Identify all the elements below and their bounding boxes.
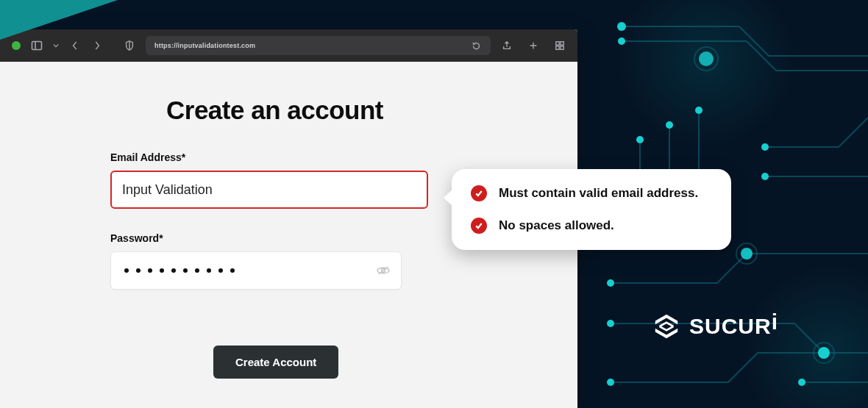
shield-icon[interactable]	[124, 40, 135, 51]
svg-point-4	[666, 121, 673, 129]
reload-icon[interactable]	[470, 40, 482, 51]
back-icon[interactable]	[69, 40, 81, 51]
svg-rect-22	[561, 42, 563, 45]
logo-wordmark: SUCURi	[689, 314, 778, 339]
svg-point-11	[607, 379, 614, 386]
validation-tooltip: Must contain valid email address. No spa…	[452, 169, 731, 250]
svg-rect-24	[561, 46, 563, 49]
svg-point-7	[741, 248, 753, 260]
decorative-corner	[0, 0, 118, 40]
validation-text: Must contain valid email address.	[499, 186, 698, 201]
password-input[interactable]	[110, 251, 402, 290]
eye-icon[interactable]	[376, 263, 391, 278]
email-label: Email Address*	[110, 151, 467, 163]
window-control-dot	[12, 41, 21, 50]
address-bar[interactable]: https://inputvalidationtest.com	[146, 36, 491, 55]
brand-logo: SUCURi	[652, 312, 778, 340]
validation-text: No spaces allowed.	[499, 218, 614, 233]
chevron-down-icon[interactable]	[53, 40, 59, 51]
svg-point-0	[617, 22, 626, 31]
svg-rect-23	[556, 46, 559, 49]
error-check-icon	[471, 185, 487, 201]
svg-point-1	[618, 37, 625, 45]
url-text: https://inputvalidationtest.com	[154, 42, 464, 49]
tabs-grid-icon[interactable]	[554, 40, 566, 51]
svg-point-2	[761, 143, 769, 151]
svg-point-6	[636, 136, 644, 143]
svg-rect-19	[32, 42, 42, 50]
email-input[interactable]	[110, 171, 428, 209]
sidebar-toggle-icon[interactable]	[31, 40, 43, 51]
validation-item: Must contain valid email address.	[471, 185, 712, 201]
forward-icon[interactable]	[91, 40, 103, 51]
new-tab-icon[interactable]	[527, 40, 539, 51]
create-account-button[interactable]: Create Account	[213, 346, 338, 379]
password-field-group: Password*	[110, 232, 467, 290]
svg-point-3	[761, 173, 769, 180]
email-field-group: Email Address*	[110, 151, 467, 209]
svg-point-9	[607, 320, 614, 327]
password-dots	[121, 268, 370, 273]
password-label: Password*	[110, 232, 467, 244]
svg-point-12	[798, 379, 805, 386]
svg-rect-21	[556, 42, 559, 45]
share-icon[interactable]	[501, 40, 513, 51]
logo-mark-icon	[652, 312, 680, 340]
validation-item: No spaces allowed.	[471, 218, 712, 234]
svg-point-5	[695, 107, 702, 114]
svg-point-10	[818, 347, 830, 359]
svg-point-8	[607, 279, 614, 287]
page-title: Create an account	[166, 96, 467, 125]
svg-point-13	[699, 51, 714, 66]
error-check-icon	[471, 218, 487, 234]
